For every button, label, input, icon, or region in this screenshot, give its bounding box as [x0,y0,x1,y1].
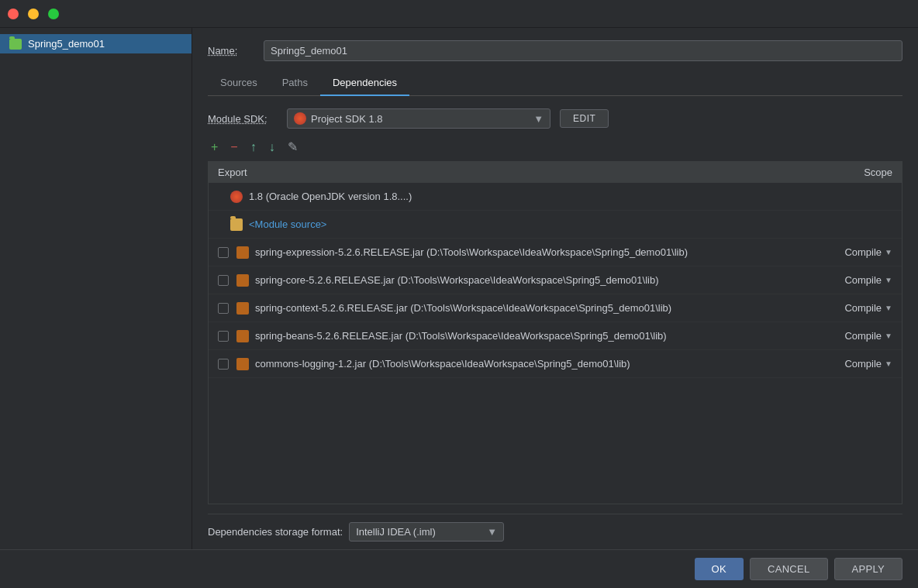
dep-name: spring-beans-5.2.6.RELEASE.jar (D:\Tools… [255,330,823,342]
table-row[interactable]: spring-context-5.2.6.RELEASE.jar (D:\Too… [209,294,902,322]
table-row[interactable]: spring-core-5.2.6.RELEASE.jar (D:\Tools\… [209,266,902,294]
storage-select[interactable]: IntelliJ IDEA (.iml) ▼ [349,522,504,542]
dep-scope[interactable]: Compile ▼ [823,358,892,370]
dep-checkbox[interactable] [218,331,229,342]
sdk-row: Module SDK: Project SDK 1.8 ▼ EDIT [208,108,902,129]
move-down-button[interactable]: ↓ [266,139,278,155]
dep-toolbar: + − ↑ ↓ ✎ [208,139,902,155]
table-row[interactable]: <Module source> [209,211,902,239]
dep-checkbox[interactable] [218,275,229,286]
dep-scope[interactable]: Compile ▼ [823,330,892,342]
name-label: Name: [208,45,254,57]
tab-dependencies[interactable]: Dependencies [320,72,409,96]
name-row: Name: [208,40,902,61]
dep-name: spring-expression-5.2.6.RELEASE.jar (D:\… [255,246,823,258]
sdk-chevron-icon: ▼ [533,113,544,125]
folder-icon [9,39,22,50]
title-bar: × − □ [0,0,918,28]
minimize-btn[interactable]: − [28,9,39,19]
content-panel: Name: Sources Paths Dependencies Module … [192,28,918,549]
dep-scope[interactable]: Compile ▼ [823,302,892,314]
storage-label: Dependencies storage format: [208,526,343,538]
jar-icon [236,302,249,315]
scope-chevron-icon: ▼ [885,248,892,256]
module-source-icon [230,218,243,231]
dep-scope[interactable]: Compile ▼ [823,246,892,258]
scope-header: Scope [864,167,892,178]
scope-chevron-icon: ▼ [885,332,892,340]
ok-button[interactable]: OK [695,558,744,580]
dep-name: <Module source> [249,218,892,230]
main-layout: Spring5_demo01 Name: Sources Paths Depen… [0,28,918,549]
name-input[interactable] [264,40,902,61]
dep-name: spring-context-5.2.6.RELEASE.jar (D:\Too… [255,302,823,314]
move-up-button[interactable]: ↑ [247,139,260,155]
scope-chevron-icon: ▼ [885,359,892,368]
jar-icon [236,358,249,370]
table-row[interactable]: spring-expression-5.2.6.RELEASE.jar (D:\… [209,239,902,266]
apply-button[interactable]: APPLY [834,558,902,580]
jar-icon [236,330,249,342]
remove-dep-button[interactable]: − [227,139,240,155]
jar-icon [236,274,249,287]
table-header: Export Scope [209,162,902,183]
storage-chevron-icon: ▼ [487,526,497,538]
tab-sources[interactable]: Sources [208,72,270,96]
sdk-label: Module SDK: [208,113,278,125]
close-btn[interactable]: × [8,9,19,19]
table-row[interactable]: spring-beans-5.2.6.RELEASE.jar (D:\Tools… [209,322,902,350]
table-row[interactable]: 1.8 (Oracle OpenJDK version 1.8....) [209,183,902,211]
add-dep-button[interactable]: + [208,139,221,155]
edit-sdk-button[interactable]: EDIT [560,109,609,128]
tab-paths[interactable]: Paths [270,72,320,96]
dependencies-table[interactable]: Export Scope 1.8 (Oracle OpenJDK version… [208,161,902,504]
dep-name: spring-core-5.2.6.RELEASE.jar (D:\Tools\… [255,274,823,286]
cancel-button[interactable]: CANCEL [750,558,828,580]
sidebar-item-spring5demo01[interactable]: Spring5_demo01 [0,34,192,53]
scope-chevron-icon: ▼ [885,276,892,284]
dep-scope[interactable]: Compile ▼ [823,274,892,286]
jar-icon [236,246,249,259]
sidebar-item-label: Spring5_demo01 [28,38,105,50]
sdk-select[interactable]: Project SDK 1.8 ▼ [287,108,550,129]
tabs: Sources Paths Dependencies [208,72,902,96]
dep-name: commons-logging-1.2.jar (D:\Tools\Worksp… [255,358,823,370]
java-icon [294,112,306,125]
dep-checkbox[interactable] [218,247,229,258]
dep-checkbox[interactable] [218,359,229,370]
sdk-value: Project SDK 1.8 [311,113,383,125]
scope-chevron-icon: ▼ [885,304,892,312]
edit-dep-button[interactable]: ✎ [285,139,301,155]
storage-value: IntelliJ IDEA (.iml) [356,526,436,538]
sidebar: Spring5_demo01 [0,28,192,549]
export-header: Export [218,167,247,178]
bottom-bar: Dependencies storage format: IntelliJ ID… [208,514,902,549]
jdk-icon [230,191,243,203]
action-bar: OK CANCEL APPLY [0,549,918,588]
dep-checkbox[interactable] [218,303,229,314]
maximize-btn[interactable]: □ [48,9,59,19]
table-row[interactable]: commons-logging-1.2.jar (D:\Tools\Worksp… [209,350,902,378]
dep-name: 1.8 (Oracle OpenJDK version 1.8....) [249,191,892,202]
